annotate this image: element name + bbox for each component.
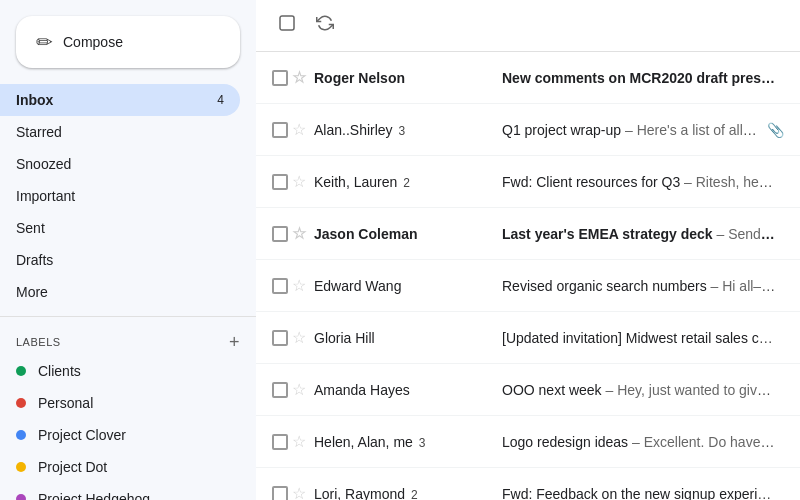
sidebar-item-sent[interactable]: Sent [0,212,240,244]
email-subject-preview: Last year's EMEA strategy deck – Sending… [502,226,776,242]
email-sep: – [716,226,728,242]
email-preview: Sending this out to anyone who missed it… [728,226,776,242]
sidebar-item-snoozed[interactable]: Snoozed [0,148,240,180]
email-sender: Alan..Shirley 3 [314,122,494,138]
label-dot [16,494,26,500]
email-sender: Amanda Hayes [314,382,494,398]
star-icon[interactable]: ☆ [292,328,306,347]
star-icon[interactable]: ☆ [292,224,306,243]
select-all-checkbox [278,14,296,37]
label-item-project-hedgehog[interactable]: Project Hedgehog [0,483,240,500]
table-row[interactable]: ☆ Alan..Shirley 3 Q1 project wrap-up – H… [256,104,800,156]
row-check-area: ☆ [272,68,306,87]
star-icon[interactable]: ☆ [292,380,306,399]
email-sender: Lori, Raymond 2 [314,486,494,501]
email-subject-preview: Q1 project wrap-up – Here's a list of al… [502,122,759,138]
add-label-button[interactable]: + [229,333,240,351]
sidebar-item-starred[interactable]: Starred [0,116,240,148]
star-icon[interactable]: ☆ [292,172,306,191]
email-sender: Helen, Alan, me 3 [314,434,494,450]
sidebar-item-more[interactable]: More [0,276,240,308]
sidebar-item-label: Inbox [16,92,217,108]
star-icon[interactable]: ☆ [292,484,306,500]
select-all-button[interactable] [272,8,302,43]
email-checkbox[interactable] [272,70,288,86]
email-subject: Fwd: Feedback on the new signup experien… [502,486,776,501]
email-checkbox[interactable] [272,434,288,450]
table-row[interactable]: ☆ Gloria Hill [Updated invitation] Midwe… [256,312,800,364]
table-row[interactable]: ☆ Amanda Hayes OOO next week – Hey, just… [256,364,800,416]
table-row[interactable]: ☆ Lori, Raymond 2 Fwd: Feedback on the n… [256,468,800,500]
label-item-project-dot[interactable]: Project Dot [0,451,240,483]
star-icon[interactable]: ☆ [292,68,306,87]
label-item-project-clover[interactable]: Project Clover [0,419,240,451]
table-row[interactable]: ☆ Edward Wang Revised organic search num… [256,260,800,312]
sidebar-item-label: Important [16,188,224,204]
label-item-clients[interactable]: Clients [0,355,240,387]
email-sender: Keith, Lauren 2 [314,174,494,190]
email-checkbox[interactable] [272,330,288,346]
svg-rect-0 [280,16,294,30]
table-row[interactable]: ☆ Keith, Lauren 2 Fwd: Client resources … [256,156,800,208]
email-sep: – [684,174,696,190]
label-item-personal[interactable]: Personal [0,387,240,419]
table-row[interactable]: ☆ Jason Coleman Last year's EMEA strateg… [256,208,800,260]
compose-icon: ✏ [36,30,53,54]
sidebar-item-label: Drafts [16,252,224,268]
email-subject-preview: Fwd: Feedback on the new signup experien… [502,486,776,501]
email-subject: Fwd: Client resources for Q3 [502,174,680,190]
sidebar-item-drafts[interactable]: Drafts [0,244,240,276]
sidebar-item-label: Snoozed [16,156,224,172]
label-name: Project Hedgehog [38,491,150,500]
email-subject-preview: Revised organic search numbers – Hi all–… [502,278,776,294]
sidebar-badge: 4 [217,93,224,107]
row-check-area: ☆ [272,328,306,347]
email-subject-preview: Fwd: Client resources for Q3 – Ritesh, h… [502,174,776,190]
email-checkbox[interactable] [272,382,288,398]
label-section: Labels + Clients Personal Project Clover… [0,325,256,500]
label-name: Project Dot [38,459,107,475]
email-checkbox[interactable] [272,486,288,501]
table-row[interactable]: ☆ Helen, Alan, me 3 Logo redesign ideas … [256,416,800,468]
star-icon[interactable]: ☆ [292,120,306,139]
email-list: ☆ Roger Nelson New comments on MCR2020 d… [256,52,800,500]
email-checkbox[interactable] [272,226,288,242]
email-sender: Jason Coleman [314,226,494,242]
sidebar-item-label: Starred [16,124,224,140]
email-sender: Edward Wang [314,278,494,294]
email-subject: OOO next week [502,382,602,398]
email-subject: New comments on MCR2020 draft presentati… [502,70,776,86]
star-icon[interactable]: ☆ [292,276,306,295]
email-sep: – [625,122,637,138]
label-dot [16,430,26,440]
email-checkbox[interactable] [272,278,288,294]
row-check-area: ☆ [272,276,306,295]
row-check-area: ☆ [272,172,306,191]
label-section-header: Labels + [0,329,256,355]
refresh-button[interactable] [310,8,340,43]
label-dot [16,366,26,376]
sidebar-item-inbox[interactable]: Inbox 4 [0,84,240,116]
email-preview: Hi all–the table below contains the revi… [722,278,776,294]
email-meta: 📎 [767,122,784,138]
row-check-area: ☆ [272,432,306,451]
label-section-title: Labels [16,336,61,348]
sidebar-item-label: More [16,284,224,300]
email-preview: Here's a list of all the top challenges … [637,122,759,138]
label-items: Clients Personal Project Clover Project … [0,355,256,500]
row-check-area: ☆ [272,224,306,243]
compose-button[interactable]: ✏ Compose [16,16,240,68]
email-preview: Excellent. Do have you have time to meet… [644,434,776,450]
compose-label: Compose [63,34,123,50]
email-checkbox[interactable] [272,174,288,190]
email-sep: – [632,434,644,450]
email-subject: [Updated invitation] Midwest retail sale… [502,330,776,346]
label-dot [16,462,26,472]
star-icon[interactable]: ☆ [292,432,306,451]
email-toolbar [256,0,800,52]
email-checkbox[interactable] [272,122,288,138]
sidebar: ✏ Compose Inbox 4 Starred Snoozed Import… [0,0,256,500]
nav-items: Inbox 4 Starred Snoozed Important Sent D… [0,84,256,308]
table-row[interactable]: ☆ Roger Nelson New comments on MCR2020 d… [256,52,800,104]
sidebar-item-important[interactable]: Important [0,180,240,212]
